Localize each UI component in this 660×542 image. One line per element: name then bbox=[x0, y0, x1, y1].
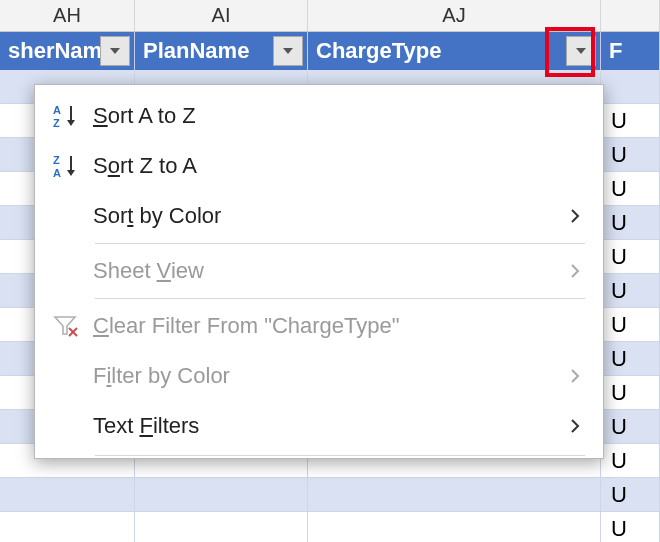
chevron-right-icon bbox=[563, 208, 587, 224]
header-label: sherName bbox=[8, 38, 114, 64]
cell[interactable] bbox=[135, 512, 308, 542]
column-letter-ai[interactable]: AI bbox=[135, 0, 308, 31]
svg-text:A: A bbox=[53, 104, 61, 116]
sort-za-icon: Z A bbox=[53, 153, 93, 179]
menu-sort-by-color[interactable]: Sort by Color bbox=[35, 191, 603, 241]
chevron-right-icon bbox=[563, 263, 587, 279]
menu-text-filters[interactable]: Text Filters bbox=[35, 401, 603, 451]
cell[interactable]: U bbox=[601, 138, 660, 172]
header-label: PlanName bbox=[143, 38, 249, 64]
dropdown-icon bbox=[282, 46, 294, 56]
clear-filter-icon bbox=[53, 314, 93, 338]
menu-sort-az[interactable]: A Z Sort A to Z bbox=[35, 91, 603, 141]
dropdown-icon bbox=[109, 46, 121, 56]
cell[interactable]: U bbox=[601, 240, 660, 274]
svg-text:A: A bbox=[53, 167, 61, 179]
menu-sheet-view: Sheet View bbox=[35, 246, 603, 296]
header-cell-shername[interactable]: sherName bbox=[0, 32, 135, 70]
menu-label: Sheet View bbox=[93, 258, 563, 284]
cell[interactable] bbox=[601, 70, 660, 104]
column-letter-aj[interactable]: AJ bbox=[308, 0, 601, 31]
table-row: U bbox=[0, 478, 660, 512]
cell[interactable] bbox=[135, 478, 308, 512]
cell[interactable]: U bbox=[601, 308, 660, 342]
header-label: F bbox=[609, 38, 622, 64]
table-header-row: sherName PlanName ChargeType F bbox=[0, 32, 660, 70]
menu-sort-za[interactable]: Z A Sort Z to A bbox=[35, 141, 603, 191]
menu-separator bbox=[95, 243, 585, 244]
cell[interactable] bbox=[0, 512, 135, 542]
cell[interactable]: U bbox=[601, 104, 660, 138]
menu-label: Clear Filter From "ChargeType" bbox=[93, 313, 563, 339]
menu-label: Sort Z to A bbox=[93, 153, 563, 179]
menu-separator bbox=[95, 455, 585, 456]
menu-label: Sort by Color bbox=[93, 203, 563, 229]
filter-button-aj[interactable] bbox=[566, 36, 596, 66]
column-letter-ah[interactable]: AH bbox=[0, 0, 135, 31]
svg-text:Z: Z bbox=[53, 154, 60, 166]
menu-filter-by-color: Filter by Color bbox=[35, 351, 603, 401]
menu-clear-filter: Clear Filter From "ChargeType" bbox=[35, 301, 603, 351]
svg-text:Z: Z bbox=[53, 117, 60, 129]
header-label: ChargeType bbox=[316, 38, 442, 64]
header-cell-planname[interactable]: PlanName bbox=[135, 32, 308, 70]
cell[interactable]: U bbox=[601, 478, 660, 512]
filter-dropdown-menu: A Z Sort A to Z Z A Sort Z to A Sort by … bbox=[34, 84, 604, 459]
table-row: U bbox=[0, 512, 660, 542]
menu-label: Filter by Color bbox=[93, 363, 563, 389]
header-cell-next[interactable]: F bbox=[601, 32, 660, 70]
chevron-right-icon bbox=[563, 368, 587, 384]
menu-label: Text Filters bbox=[93, 413, 563, 439]
cell[interactable]: U bbox=[601, 274, 660, 308]
cell[interactable]: U bbox=[601, 342, 660, 376]
filter-button-ah[interactable] bbox=[100, 36, 130, 66]
menu-label: Sort A to Z bbox=[93, 103, 563, 129]
cell[interactable]: U bbox=[601, 444, 660, 478]
cell[interactable] bbox=[308, 512, 601, 542]
cell[interactable] bbox=[308, 478, 601, 512]
column-letter-ak[interactable] bbox=[601, 0, 660, 31]
cell[interactable] bbox=[0, 478, 135, 512]
cell[interactable]: U bbox=[601, 172, 660, 206]
chevron-right-icon bbox=[563, 418, 587, 434]
cell[interactable]: U bbox=[601, 206, 660, 240]
column-letter-row: AH AI AJ bbox=[0, 0, 660, 32]
cell[interactable]: U bbox=[601, 512, 660, 542]
header-cell-chargetype[interactable]: ChargeType bbox=[308, 32, 601, 70]
filter-button-ai[interactable] bbox=[273, 36, 303, 66]
cell[interactable]: U bbox=[601, 376, 660, 410]
menu-separator bbox=[95, 298, 585, 299]
cell[interactable]: U bbox=[601, 410, 660, 444]
dropdown-icon bbox=[575, 46, 587, 56]
sort-az-icon: A Z bbox=[53, 103, 93, 129]
